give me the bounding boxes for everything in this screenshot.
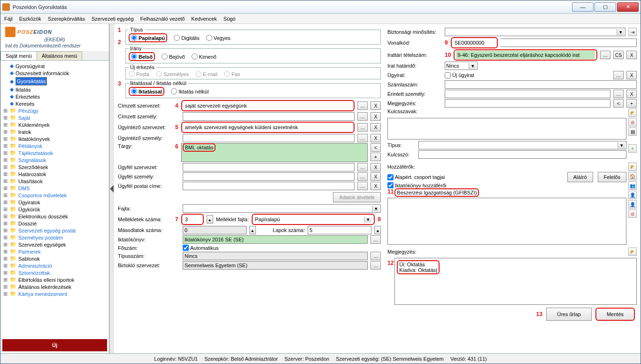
targy-shrink[interactable]: < — [371, 143, 381, 152]
nav-item[interactable]: ⊞📁Kártya menedzsment — [1, 290, 108, 297]
ugyintezo-szemely-clear[interactable]: X — [371, 134, 381, 142]
radio-papiralapu[interactable]: Papíralapú — [131, 35, 165, 41]
iktatokonyv-hozzaferoi-checkbox[interactable]: Iktatókönyv hozzáférői — [387, 182, 626, 188]
nav-item[interactable]: ⊞📁Küldemények — [1, 121, 108, 128]
ugyintezo-szervezet-clear[interactable]: X — [371, 123, 381, 132]
nav-item[interactable]: ⊞📁Ügykörök — [1, 206, 108, 213]
warning-icon-2[interactable]: ◤ — [628, 163, 637, 171]
nav-item[interactable]: ◆Összesített információk — [1, 70, 108, 77]
maximize-button[interactable]: ▢ — [595, 2, 616, 12]
copy-icon[interactable]: ▤ — [628, 127, 637, 136]
menu-sugo[interactable]: Súgó — [224, 16, 236, 22]
irat-hatarido-select[interactable]: Nincs▾ — [445, 62, 478, 70]
biztonsagi-minosites-select[interactable]: ▾ — [445, 28, 626, 36]
targy-expand[interactable]: + — [371, 153, 381, 161]
radio-digitalis[interactable]: Digitális — [174, 35, 200, 41]
nav-item[interactable]: ⊞📁Szervezeti egység postái — [1, 227, 108, 234]
tab-altalanos-menu[interactable]: Általános menü — [37, 51, 83, 60]
menu-szerepkor[interactable]: Szerepkörváltás — [48, 16, 85, 22]
nav-item[interactable]: ◆Érkeztetés — [1, 93, 108, 100]
nav-item[interactable]: ◆Gyorsiktatás — [1, 77, 108, 86]
birtoklo-szervezet-input[interactable] — [183, 261, 368, 270]
nav-item[interactable]: ⊞📁Szerződések — [1, 163, 108, 170]
nav-item[interactable]: ⊞📁Példányok — [1, 142, 108, 149]
cs-button[interactable]: CS — [613, 51, 624, 59]
nav-item[interactable]: ⊞📁Személyes postáim — [1, 234, 108, 241]
radio-kimeno[interactable]: Kimenő — [192, 54, 216, 60]
warning-icon[interactable]: ◤ — [628, 108, 637, 117]
uj-ugyirat-checkbox[interactable]: Új ügyirat — [445, 72, 474, 78]
cimzett-szervezet-input[interactable] — [184, 101, 352, 110]
mellekletek-szama-input[interactable] — [184, 215, 201, 224]
nav-item[interactable]: ◆Iktatás — [1, 86, 108, 93]
home-icon[interactable]: 🏠 — [628, 172, 637, 180]
lapok-szama-input[interactable] — [308, 226, 371, 234]
radio-iktatas-nelkul[interactable]: Iktatás nélkül — [171, 88, 209, 94]
kulcsszo-tipus-select[interactable]: ▾ — [418, 141, 626, 149]
kulcsszavak-box[interactable] — [387, 118, 626, 139]
remove-icon[interactable]: ⊘ — [628, 209, 637, 218]
alapert-csoport-checkbox[interactable]: Alapért. csoport tagjai — [387, 174, 445, 180]
nav-item[interactable]: ⊞📁Partnerek — [1, 248, 108, 255]
ugyfel-szemely-input[interactable] — [183, 172, 355, 181]
ugyintezo-szemely-browse[interactable]: … — [357, 134, 368, 142]
alairo-button[interactable]: Aláíró — [567, 172, 593, 182]
nav-item[interactable]: ⊞📁Dosszié — [1, 220, 108, 227]
nav-item[interactable]: ⊞📁Határozatok — [1, 170, 108, 178]
irattari-tetelszam-input[interactable] — [456, 51, 595, 59]
cimzett-szemely-input[interactable] — [183, 112, 355, 121]
radio-vegyes[interactable]: Vegyes — [206, 35, 231, 41]
delete-icon[interactable]: ⊘ — [628, 118, 637, 126]
menu-kedvenc[interactable]: Kedvencek — [191, 16, 216, 22]
nav-item[interactable]: ⊞📁Szervezeti egységek — [1, 241, 108, 248]
nav-item[interactable]: ⊞📁Sztornózottak — [1, 269, 108, 276]
nav-item[interactable]: ⊞📁Sablonok — [1, 255, 108, 262]
megjegyzes-textarea[interactable]: Üi: OktatásKiadva: Oktatás| — [394, 258, 637, 305]
nav-item[interactable]: ⊞📁Pénzügy — [1, 107, 108, 114]
ugyintezo-szervezet-browse[interactable]: … — [357, 123, 368, 132]
nav-item[interactable]: ◆Gyorsügyirat — [1, 62, 108, 70]
cimzett-szemely-browse[interactable]: … — [357, 112, 368, 121]
cimzett-szervezet-clear[interactable]: X — [371, 101, 381, 110]
mentes-button[interactable]: Mentés — [595, 308, 635, 321]
kulcsszo-input[interactable] — [418, 150, 626, 159]
pin-icon[interactable]: ⇥ — [628, 28, 637, 36]
targy-textarea[interactable]: BML oktatás — [181, 143, 368, 162]
tab-sajat-menu[interactable]: Saját menü — [0, 51, 37, 60]
radio-belso[interactable]: Belső — [131, 54, 153, 60]
automatikus-checkbox[interactable]: Automatikus — [183, 245, 219, 251]
new-button[interactable]: Új — [2, 339, 107, 351]
masodlatok-szama-input[interactable] — [183, 226, 247, 234]
nav-item[interactable]: ⊞📁Szignálások — [1, 156, 108, 163]
mellekletek-szama-stepper[interactable]: ▴ — [207, 215, 213, 224]
user-remove-icon[interactable]: 👤 — [628, 200, 637, 209]
iktatokonyv-input[interactable] — [183, 235, 368, 244]
nav-item[interactable]: ⊞📁Adminisztráció — [1, 262, 108, 269]
nav-item[interactable]: ⊞📁Elbirtoklás elleni riportok — [1, 276, 108, 283]
cimzett-szervezet-browse[interactable]: … — [357, 101, 368, 110]
ugyintezo-szemely-input[interactable] — [183, 134, 355, 142]
menu-felhvez[interactable]: Felhasználó vezető — [140, 16, 185, 22]
fajta-select[interactable]: ▾ — [183, 204, 381, 213]
menu-szervegy[interactable]: Szervezeti egység — [92, 16, 134, 22]
splitter[interactable] — [109, 24, 114, 353]
nav-item[interactable]: ⊞📁DMS — [1, 185, 108, 192]
vonalkod-input[interactable] — [453, 39, 495, 47]
menu-fajl[interactable]: Fájl — [4, 16, 13, 22]
warning-icon-3[interactable]: ◤ — [628, 248, 637, 256]
nav-item[interactable]: ⊞📁Iratok — [1, 128, 108, 135]
nav-tree[interactable]: ◆Gyorsügyirat◆Összesített információk◆Gy… — [0, 61, 109, 337]
minimize-button[interactable]: — — [572, 2, 594, 12]
nav-item[interactable]: ⊞📁Tájékoztatások — [1, 149, 108, 156]
szamlaszam-input[interactable] — [445, 80, 637, 89]
ugyfel-szervezet-input[interactable] — [183, 163, 355, 171]
add-icon[interactable]: ＋ — [628, 144, 637, 153]
erintett-szemely-input[interactable] — [445, 90, 610, 98]
radio-bejovo[interactable]: Bejövő — [162, 54, 185, 60]
menu-eszkozok[interactable]: Eszközök — [19, 16, 41, 22]
user-group-icon[interactable]: 👥 — [628, 181, 637, 190]
nav-item[interactable]: ⊞📁Általános lekérdezések — [1, 283, 108, 290]
nav-item[interactable]: ⊞📁Iktatókönyvek — [1, 135, 108, 142]
nav-item[interactable]: ⊞📁Csoportos műveletek — [1, 192, 108, 199]
ures-urlap-button[interactable]: Üres űrlap — [546, 308, 592, 321]
